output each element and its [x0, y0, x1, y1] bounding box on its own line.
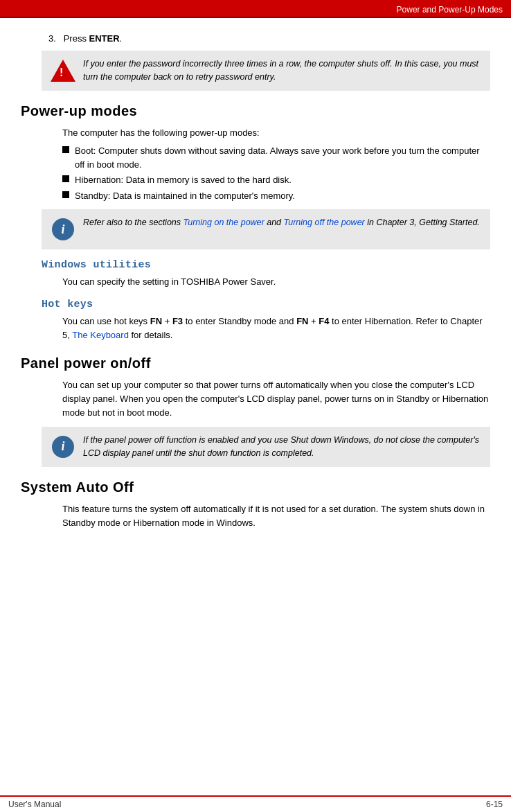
- plus-2: +: [308, 316, 319, 326]
- info-suffix: in Chapter 3, Getting Started.: [365, 218, 480, 227]
- list-item: Hibernation: Data in memory is saved to …: [62, 173, 490, 187]
- link-turning-off[interactable]: Turning off the power: [284, 218, 365, 227]
- windows-utilities-body: You can specify the setting in TOSHIBA P…: [62, 275, 490, 289]
- bullet-text: Hibernation: Data in memory is saved to …: [75, 173, 292, 187]
- link-turning-on[interactable]: Turning on the power: [183, 218, 265, 227]
- info-icon: i: [50, 216, 76, 242]
- fn-label-1: FN: [150, 316, 162, 326]
- info-and: and: [265, 218, 284, 227]
- bullet-text: Standby: Data is maintained in the compu…: [75, 189, 295, 203]
- system-auto-off-body: This feature turns the system off automa…: [62, 502, 490, 530]
- enter-key-label: ENTER: [89, 33, 120, 44]
- section-heading-panel-power: Panel power on/off: [21, 355, 490, 371]
- section-heading-system-auto-off: System Auto Off: [21, 479, 490, 495]
- warning-box: If you enter the password incorrectly th…: [42, 51, 490, 91]
- list-item: Standby: Data is maintained in the compu…: [62, 189, 490, 203]
- link-keyboard[interactable]: The Keyboard: [72, 330, 129, 340]
- warning-triangle-icon: [51, 60, 75, 82]
- power-up-intro: The computer has the following power-up …: [62, 126, 490, 140]
- bullet-text: Boot: Computer shuts down without saving…: [75, 144, 490, 171]
- hot-keys-prefix: You can use hot keys: [62, 316, 150, 326]
- warning-text: If you enter the password incorrectly th…: [83, 58, 482, 84]
- hot-keys-suffix: for details.: [129, 330, 173, 340]
- info-box-panel-power: i If the panel power off function is ena…: [42, 427, 490, 467]
- info-text-panel-power: If the panel power off function is enabl…: [83, 434, 482, 460]
- info-circle-icon-2: i: [52, 436, 74, 458]
- info-icon-2: i: [50, 434, 76, 460]
- list-item: Boot: Computer shuts down without saving…: [62, 144, 490, 171]
- info-text-power-up: Refer also to the sections Turning on th…: [83, 216, 480, 229]
- bullet-icon: [62, 191, 69, 198]
- footer-right: 6-15: [486, 800, 503, 809]
- fn-label-2: FN: [296, 316, 308, 326]
- f4-label: F4: [319, 316, 329, 326]
- info-prefix: Refer also to the sections: [83, 218, 183, 227]
- section-heading-windows-utilities: Windows utilities: [42, 259, 490, 271]
- bullet-list: Boot: Computer shuts down without saving…: [62, 144, 490, 202]
- page-footer: User's Manual 6-15: [0, 795, 511, 812]
- hot-keys-mid: to enter Standby mode and: [183, 316, 296, 326]
- section-heading-power-up-modes: Power-up modes: [21, 103, 490, 119]
- plus-1: +: [162, 316, 172, 326]
- bullet-icon: [62, 146, 69, 153]
- warning-icon: [50, 58, 76, 84]
- bullet-icon: [62, 175, 69, 182]
- panel-power-body: You can set up your computer so that pow…: [62, 378, 490, 420]
- hot-keys-body: You can use hot keys FN + F3 to enter St…: [62, 315, 490, 342]
- section-heading-hot-keys: Hot keys: [42, 299, 490, 310]
- page-header: Power and Power-Up Modes: [0, 3, 511, 18]
- info-box-power-up: i Refer also to the sections Turning on …: [42, 209, 490, 249]
- info-circle-icon: i: [52, 218, 74, 240]
- step-3: 3. Press ENTER.: [48, 33, 490, 44]
- footer-left: User's Manual: [8, 800, 61, 809]
- f3-label: F3: [172, 316, 183, 326]
- header-title: Power and Power-Up Modes: [397, 5, 503, 15]
